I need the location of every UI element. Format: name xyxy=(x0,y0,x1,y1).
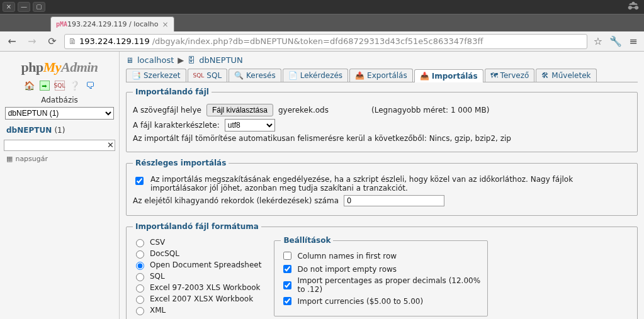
format-ods-radio[interactable] xyxy=(136,262,144,270)
nav-reload-button[interactable]: ⟳ xyxy=(44,33,60,50)
opt-currency-checkbox[interactable] xyxy=(283,297,291,305)
tab-title: 193.224.129.119 / localho xyxy=(67,20,159,28)
tab-close-icon[interactable]: × xyxy=(162,20,169,29)
fieldset-format-legend: Importálandó fájl formátuma xyxy=(133,222,261,231)
opt-percent-checkbox[interactable] xyxy=(283,281,291,289)
wrench-icon[interactable]: 🔧 xyxy=(609,35,623,48)
server-icon: 🖥 xyxy=(126,56,133,65)
tab-operations[interactable]: 🛠Műveletek xyxy=(536,69,596,82)
database-select[interactable]: dbNEPTUN (1) xyxy=(5,107,115,120)
format-radio-group: CSV DocSQL Open Document Spreadsheet SQL… xyxy=(133,236,261,316)
sql-icon[interactable]: SQL xyxy=(55,81,65,91)
reload-icon[interactable]: 🗨 xyxy=(85,81,95,91)
fieldset-partial-legend: Részleges importálás xyxy=(133,159,229,167)
skip-records-input[interactable] xyxy=(344,195,444,206)
database-label: Adatbázis xyxy=(3,96,116,104)
window-minimize-button[interactable]: — xyxy=(18,2,30,12)
allow-interrupt-checkbox[interactable] xyxy=(135,177,144,185)
tab-structure[interactable]: 📑Szerkezet xyxy=(126,69,186,82)
tab-import[interactable]: 📥Importálás xyxy=(414,69,483,82)
page-icon: 🗎 xyxy=(69,36,77,46)
nav-back-button[interactable]: ← xyxy=(4,33,20,50)
allow-interrupt-label: Az importálás megszakításának engedélyez… xyxy=(150,175,631,193)
fieldset-options: Beállítások Column names in first row Do… xyxy=(274,236,488,316)
table-filter-input[interactable] xyxy=(4,140,115,151)
fieldset-options-legend: Beállítások xyxy=(281,236,333,245)
fieldset-file-legend: Importálandó fájl xyxy=(133,87,212,96)
opt-colnames-checkbox[interactable] xyxy=(283,252,291,260)
window-maximize-button[interactable]: ▢ xyxy=(33,2,45,12)
tab-sql[interactable]: SQLSQL xyxy=(188,69,228,82)
url-host: 193.224.129.119 xyxy=(79,36,150,46)
tab-search[interactable]: 🔍Keresés xyxy=(229,69,281,82)
exit-icon[interactable]: ➡ xyxy=(40,81,50,91)
format-xls-radio[interactable] xyxy=(136,284,144,293)
tab-favicon-icon: pMA xyxy=(56,21,64,28)
format-xlsx-radio[interactable] xyxy=(136,296,144,304)
nav-forward-button[interactable]: → xyxy=(24,33,40,50)
fieldset-format: Importálandó fájl formátuma CSV DocSQL O… xyxy=(126,222,638,319)
search-icon: 🔍 xyxy=(234,71,244,80)
max-size-label: (Legnagyobb méret: 1 000 MB) xyxy=(371,106,489,115)
skip-records-label: Az elejétől kihagyandó rekordok (lekérde… xyxy=(133,196,339,205)
window-close-button[interactable]: × xyxy=(3,2,15,12)
designer-icon: 🗺 xyxy=(490,71,498,80)
sidebar: phpMyAdmin 🏠 ➡ SQL ❔ 🗨 Adatbázis dbNEPTU… xyxy=(0,52,120,319)
export-icon: 📤 xyxy=(355,71,364,80)
top-tabs: 📑Szerkezet SQLSQL 🔍Keresés 📄Lekérdezés 📤… xyxy=(126,69,638,82)
fieldset-file: Importálandó fájl A szövegfájl helye Fáj… xyxy=(126,87,638,152)
import-icon: 📥 xyxy=(420,72,429,81)
breadcrumb-server-link[interactable]: localhost xyxy=(137,55,174,65)
format-sql-radio[interactable] xyxy=(136,273,144,281)
browser-tabstrip: pMA 193.224.129.119 / localho × xyxy=(0,14,644,31)
hamburger-menu-icon[interactable]: ≡ xyxy=(626,35,640,48)
tab-query[interactable]: 📄Lekérdezés xyxy=(283,69,348,82)
table-link[interactable]: ▦ napsugár xyxy=(3,154,116,164)
window-titlebar: × — ▢ xyxy=(0,0,644,14)
tab-designer[interactable]: 🗺Tervező xyxy=(485,69,535,82)
sidebar-quick-icons: 🏠 ➡ SQL ❔ 🗨 xyxy=(3,81,116,91)
fieldset-partial: Részleges importálás Az importálás megsz… xyxy=(126,159,638,216)
home-icon[interactable]: 🏠 xyxy=(25,81,35,91)
url-path: /dbgyak/index.php?db=dbNEPTUN&token=dfd6… xyxy=(152,36,483,46)
breadcrumb: 🖥 localhost ▶ 🗄 dbNEPTUN xyxy=(126,55,638,65)
operations-icon: 🛠 xyxy=(541,71,549,80)
file-location-label: A szövegfájl helye xyxy=(133,106,201,115)
charset-label: A fájl karakterkészlete: xyxy=(133,121,220,130)
file-browse-button[interactable]: Fájl kiválasztása xyxy=(206,104,273,116)
bookmark-star-icon[interactable]: ☆ xyxy=(591,35,605,48)
charset-select[interactable]: utf8 xyxy=(225,119,275,132)
main-content: 🖥 localhost ▶ 🗄 dbNEPTUN 📑Szerkezet SQLS… xyxy=(120,52,644,319)
opt-skip-empty-checkbox[interactable] xyxy=(283,265,291,273)
tab-export[interactable]: 📤Exportálás xyxy=(349,69,413,82)
breadcrumb-db-link[interactable]: dbNEPTUN xyxy=(199,55,242,65)
breadcrumb-separator-icon: ▶ xyxy=(178,55,184,65)
structure-icon: 📑 xyxy=(132,71,141,80)
format-docsql-radio[interactable] xyxy=(136,250,144,259)
format-csv-radio[interactable] xyxy=(136,239,144,247)
database-icon: 🗄 xyxy=(188,56,195,65)
clear-filter-icon[interactable]: ✕ xyxy=(107,140,114,150)
selected-file-name: gyerekek.ods xyxy=(278,106,329,115)
compression-note: Az importált fájl tömörítése automatikus… xyxy=(133,134,511,143)
sql-tab-icon: SQL xyxy=(193,72,205,79)
table-icon: ▦ xyxy=(6,155,13,163)
browser-address-bar: ← → ⟳ 🗎 193.224.129.119/dbgyak/index.php… xyxy=(0,31,644,52)
url-input[interactable]: 🗎 193.224.129.119/dbgyak/index.php?db=db… xyxy=(64,34,587,49)
database-link[interactable]: dbNEPTUN (1) xyxy=(3,120,116,138)
query-icon: 📄 xyxy=(288,71,298,80)
browser-tab[interactable]: pMA 193.224.129.119 / localho × xyxy=(50,16,174,31)
docs-icon[interactable]: ❔ xyxy=(70,81,80,91)
format-xml-radio[interactable] xyxy=(136,307,144,315)
incognito-icon xyxy=(626,1,641,13)
phpmyadmin-logo[interactable]: phpMyAdmin xyxy=(3,59,116,76)
